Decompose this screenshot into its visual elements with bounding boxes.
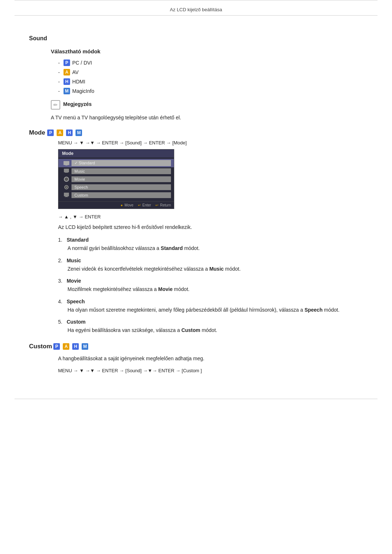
bullet-dot: · — [58, 88, 60, 94]
menu-label-movie: Movie — [72, 176, 171, 182]
item-desc-standard: A normál gyári beállításokhoz válassza a… — [68, 244, 363, 252]
num-3: 3. — [58, 278, 62, 284]
item-desc-movie: Mozifilmek megtekintéséhez válassza a Mo… — [68, 285, 363, 293]
footer-enter: ↵ Enter — [138, 203, 151, 207]
menu-icon-col — [61, 193, 72, 198]
numbered-item-title: 4. Speech — [58, 299, 363, 304]
menu-item-standard: ✓ Standard — [58, 159, 174, 167]
mode-menu-screenshot: Mode ✓ Standard — [58, 149, 174, 209]
menu-item-custom: Custom — [58, 191, 174, 199]
bullet-dot: · — [58, 59, 60, 66]
sound-subtitle: Választható módok — [51, 48, 363, 54]
numbered-item-title: 5. Custom — [58, 319, 363, 325]
menu-footer: ● Move ↵ Enter ↩ Return — [58, 201, 174, 209]
menu-item-speech: Speech — [58, 183, 174, 191]
badge-p: P — [64, 59, 70, 66]
svg-point-4 — [64, 177, 69, 181]
list-item: · M MagicInfo — [58, 88, 363, 94]
menu-label-col: Speech — [72, 184, 171, 190]
svg-rect-2 — [64, 169, 69, 172]
menu-label-standard: ✓ Standard — [72, 160, 171, 166]
custom-badge-p: P — [53, 343, 60, 350]
custom-badge-group: P A H M — [53, 343, 90, 350]
sound-section: Sound Választható módok · P PC / DVI · A… — [29, 35, 363, 120]
bullet-label: AV — [72, 69, 79, 75]
mode-section: Mode P A H M MENU → ▼ →▼ → ENTER → [Soun… — [29, 129, 363, 334]
menu-label-col: ✓ Standard — [72, 160, 171, 166]
custom-section: Custom P A H M A hangbeállításokat a saj… — [29, 343, 363, 373]
sound-title: Sound — [29, 35, 363, 42]
menu-item-movie: Movie — [58, 175, 174, 183]
circle2-icon — [64, 185, 69, 190]
footer-return: ↩ Return — [155, 203, 171, 207]
page-header: Az LCD kijelző beállítása — [15, 3, 377, 16]
svg-rect-3 — [65, 172, 68, 173]
custom-menu-path: MENU → ▼ →▼ → ENTER → [Sound] →▼→ ENTER … — [58, 368, 363, 373]
numbered-item-standard: 1. Standard A normál gyári beállításokho… — [58, 237, 363, 252]
custom-badge-a: A — [63, 343, 69, 350]
numbered-item-custom: 5. Custom Ha egyéni beállításokra van sz… — [58, 319, 363, 334]
menu-item-music: Music — [58, 167, 174, 175]
list-item: · A AV — [58, 69, 363, 75]
item-label-music: Music — [67, 258, 81, 263]
mode-title-row: Mode P A H M — [29, 129, 363, 136]
numbered-item-title: 3. Movie — [58, 278, 363, 284]
item-desc-music: Zenei videók és koncertfelvételek megtek… — [68, 265, 363, 273]
menu-label-custom: Custom — [72, 192, 171, 198]
mode-title: Mode — [29, 129, 45, 136]
circle-icon — [64, 177, 69, 182]
list-item: · H HDMI — [58, 78, 363, 85]
list-item: · P PC / DVI — [58, 59, 363, 66]
tv-icon — [64, 161, 69, 165]
bullet-dot: · — [58, 69, 60, 75]
bullet-label: HDMI — [72, 79, 85, 85]
bullet-label: MagicInfo — [72, 88, 94, 94]
svg-rect-7 — [64, 193, 69, 196]
badge-a: A — [64, 69, 70, 75]
badge-m: M — [64, 88, 70, 94]
menu-body: ✓ Standard Music — [58, 157, 174, 201]
numbered-item-music: 2. Music Zenei videók és koncertfelvétel… — [58, 258, 363, 273]
custom-badge-h: H — [72, 343, 79, 350]
bottom-border — [15, 399, 377, 399]
note-icon: ✏ — [51, 100, 60, 110]
menu-label-col: Movie — [72, 176, 171, 182]
custom-badge-m: M — [82, 343, 88, 350]
mode-badge-a: A — [57, 130, 63, 136]
item-label-movie: Movie — [67, 278, 81, 284]
item-desc-speech: Ha olyan műsort szeretne megtekinteni, a… — [68, 306, 363, 314]
footer-move: ● Move — [121, 203, 133, 207]
mode-badge-m: M — [75, 130, 82, 136]
svg-rect-1 — [65, 165, 68, 165]
menu-icon-col — [61, 161, 72, 165]
num-5: 5. — [58, 319, 62, 325]
numbered-item-movie: 3. Movie Mozifilmek megtekintéséhez vála… — [58, 278, 363, 293]
svg-rect-9 — [65, 197, 68, 197]
menu-label-music: Music — [72, 168, 171, 174]
menu-header-bar: Mode — [58, 149, 174, 157]
note-box: ✏ Megjegyzés — [51, 100, 363, 110]
arrow-instruction: → ▲ , ▼ → ENTER — [58, 214, 363, 219]
numbered-item-speech: 4. Speech Ha olyan műsort szeretne megte… — [58, 299, 363, 314]
menu-icon-col — [61, 169, 72, 174]
item-label-custom: Custom — [67, 319, 86, 325]
mode-badge-p: P — [47, 130, 54, 136]
bullet-dot: · — [58, 78, 60, 85]
menu-icon-col — [61, 177, 72, 182]
page-title: Az LCD kijelző beállítása — [170, 7, 222, 12]
menu-label-col: Custom — [72, 192, 171, 198]
menu-icon-col — [61, 185, 72, 190]
item-desc-custom: Ha egyéni beállításokra van szüksége, vá… — [68, 326, 363, 334]
numbered-item-title: 1. Standard — [58, 237, 363, 243]
mode-badge-h: H — [66, 130, 73, 136]
num-2: 2. — [58, 258, 62, 263]
menu-label-col: Music — [72, 168, 171, 174]
bullet-label: PC / DVI — [72, 60, 92, 66]
display-icon — [64, 193, 69, 198]
mode-intro-text: Az LCD kijelző beépített sztereo hi-fi e… — [58, 223, 363, 231]
note-text: A TV menü a TV hangolóegység telepítése … — [51, 115, 363, 120]
num-1: 1. — [58, 237, 62, 243]
mode-menu-path: MENU → ▼ →▼ → ENTER → [Sound] → ENTER → … — [58, 140, 363, 145]
item-label-speech: Speech — [67, 299, 85, 304]
item-label-standard: Standard — [67, 237, 89, 243]
